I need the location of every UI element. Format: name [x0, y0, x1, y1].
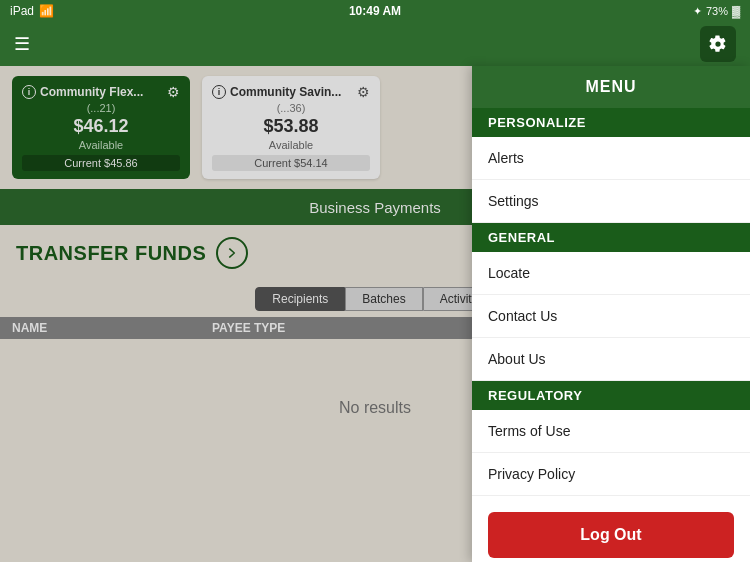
wifi-icon: 📶 [39, 4, 54, 18]
gear-icon [709, 35, 727, 53]
status-bar-right: ✦ 73% ▓ [693, 5, 740, 18]
main-content: i Community Flex... ⚙ (...21) $46.12 Ava… [0, 66, 750, 562]
menu-item-terms-of-use[interactable]: Terms of Use [472, 410, 750, 453]
logout-button[interactable]: Log Out [488, 512, 734, 558]
status-bar-left: iPad 📶 [10, 4, 54, 18]
status-time: 10:49 AM [349, 4, 401, 18]
device-label: iPad [10, 4, 34, 18]
bluetooth-icon: ✦ [693, 5, 702, 18]
status-bar: iPad 📶 10:49 AM ✦ 73% ▓ [0, 0, 750, 22]
menu-item-privacy-policy[interactable]: Privacy Policy [472, 453, 750, 496]
gear-button[interactable] [700, 26, 736, 62]
menu-section-general: GENERAL [472, 223, 750, 252]
menu-item-contact-us[interactable]: Contact Us [472, 295, 750, 338]
battery-icon: ▓ [732, 5, 740, 17]
menu-item-about-us[interactable]: About Us [472, 338, 750, 381]
menu-item-alerts[interactable]: Alerts [472, 137, 750, 180]
menu-panel: MENU PERSONALIZE Alerts Settings GENERAL… [472, 66, 750, 562]
menu-section-regulatory: REGULATORY [472, 381, 750, 410]
menu-header: MENU [472, 66, 750, 108]
nav-bar: ☰ [0, 22, 750, 66]
hamburger-icon[interactable]: ☰ [14, 33, 30, 55]
menu-item-locate[interactable]: Locate [472, 252, 750, 295]
menu-item-settings[interactable]: Settings [472, 180, 750, 223]
battery-label: 73% [706, 5, 728, 17]
menu-section-personalize: PERSONALIZE [472, 108, 750, 137]
